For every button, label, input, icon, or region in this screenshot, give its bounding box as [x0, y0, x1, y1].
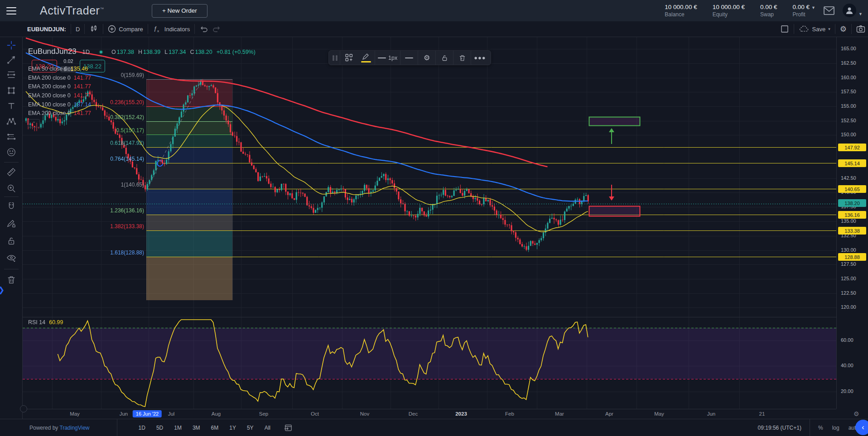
fib-level-label: 1(140.65) [121, 182, 144, 188]
mail-icon[interactable] [824, 6, 834, 15]
pattern-tool-icon[interactable] [6, 116, 17, 127]
line-width-button[interactable]: 1px [375, 50, 400, 65]
toolbar-drag-handle[interactable]: ●●●●●● [331, 50, 340, 65]
range-3M[interactable]: 3M [189, 423, 203, 432]
ohlc-value: 137.38 [117, 49, 134, 55]
time-axis-label: Sep [259, 411, 268, 417]
chart-toolbar: EUBUNDJUN: D Compare ƒx Indicators [0, 21, 868, 37]
shapes-tool-icon[interactable] [6, 85, 17, 96]
color-swatch [361, 61, 371, 62]
fib-level-label: 1.236(136.16) [110, 207, 144, 214]
range-1Y[interactable]: 1Y [226, 423, 239, 432]
stat-caret-icon[interactable]: ▼ [811, 5, 815, 10]
change-value: +0.81 (+0.59%) [217, 49, 256, 55]
chart-style-icon[interactable] [89, 24, 98, 34]
avatar-caret-icon[interactable]: ▼ [858, 12, 863, 16]
more-options-icon[interactable]: ●●● [471, 50, 489, 65]
drawing-settings-icon[interactable]: ⚙ [418, 50, 435, 65]
time-axis-settings-icon[interactable]: ⚙ [854, 410, 859, 417]
collapse-legend-button[interactable]: ⌃ [28, 119, 40, 128]
pane-resize-handle[interactable] [20, 405, 27, 412]
price-level-badge: 145.14 [838, 159, 866, 167]
fib-retracement-tool-icon[interactable] [6, 69, 17, 80]
indicator-row[interactable]: EMA 200 close 0141.77 [28, 75, 91, 84]
undo-icon[interactable] [199, 25, 208, 33]
collapse-bar-chevron-button[interactable]: ‹ [855, 420, 868, 435]
hide-drawings-icon[interactable] [6, 253, 17, 264]
prediction-tool-icon[interactable] [6, 131, 17, 142]
time-axis[interactable]: 16 Jun '22 MayJunJulAugSepOctNovDec2023F… [23, 409, 836, 419]
template-icon[interactable] [340, 50, 357, 65]
chart-legend[interactable]: EuBundJun23 1D [28, 47, 90, 56]
indicator-value: 135.46 [71, 66, 88, 75]
time-axis-label: Dec [409, 411, 418, 417]
indicator-row[interactable]: EMA 50 close 0135.46 [28, 66, 91, 75]
symbol-search[interactable]: EUBUNDJUN: [27, 26, 66, 33]
save-layout-button[interactable]: Save ▾ [799, 25, 830, 33]
menu-icon[interactable] [6, 7, 16, 14]
drawing-mode-lock-icon[interactable] [6, 218, 17, 229]
chart-settings-icon[interactable]: ⚙ [840, 24, 847, 34]
magnet-tool-icon[interactable] [6, 201, 17, 212]
interval-button[interactable]: D [76, 26, 80, 33]
trend-line-tool-icon[interactable] [6, 54, 17, 65]
compare-button[interactable]: Compare [108, 25, 143, 33]
line-style-button[interactable] [400, 50, 418, 65]
percent-scale-button[interactable]: % [818, 425, 823, 431]
zoom-in-tool-icon[interactable] [6, 183, 17, 194]
indicator-value: 141.77 [74, 110, 91, 119]
price-chart-canvas[interactable] [23, 37, 836, 409]
redo-icon[interactable] [212, 25, 221, 33]
save-label: Save [812, 26, 826, 33]
ohlc-value: 138.39 [143, 49, 160, 55]
range-5Y[interactable]: 5Y [244, 423, 257, 432]
range-5D[interactable]: 5D [153, 423, 166, 432]
range-1M[interactable]: 1M [171, 423, 185, 432]
layout-select-icon[interactable] [780, 24, 789, 34]
indicator-name: EMA 200 close 0 [28, 83, 71, 92]
rsi-legend[interactable]: RSI 1460.99 [28, 319, 63, 326]
remove-drawings-icon[interactable] [6, 274, 17, 285]
stat-label: Balance [665, 11, 697, 18]
tradingview-link[interactable]: TradingView [60, 425, 90, 431]
price-tick: 155.00 [841, 103, 856, 109]
range-All[interactable]: All [261, 423, 274, 432]
indicator-name: EMA 100 close 0 [28, 101, 71, 110]
emoji-tool-icon[interactable] [6, 147, 17, 158]
go-to-date-icon[interactable] [284, 424, 293, 432]
ohlc-item: C138.20 [190, 49, 212, 55]
price-tick: 157.50 [841, 89, 856, 94]
price-tick: 135.00 [841, 218, 856, 224]
avatar[interactable] [843, 4, 856, 17]
indicator-row[interactable]: EMA 200 close 0141.77 [28, 83, 91, 92]
price-axis[interactable]: 165.00162.50160.00157.50155.00152.50150.… [836, 37, 868, 409]
time-axis-label: May [654, 411, 664, 417]
time-axis-label: Jun [120, 411, 128, 417]
price-level-badge: 128.88 [838, 253, 866, 261]
price-tick: 125.00 [841, 276, 856, 281]
measure-tool-icon[interactable] [6, 167, 17, 177]
stat-label: Swap [760, 11, 777, 18]
time-axis-label: Jun [707, 411, 716, 417]
new-order-button[interactable]: + New Order [152, 4, 207, 18]
drawing-delete-icon[interactable] [453, 50, 471, 65]
price-tick: 165.00 [841, 46, 856, 51]
range-6M[interactable]: 6M [208, 423, 222, 432]
indicator-legend: EMA 50 close 0135.46EMA 200 close 0141.7… [28, 66, 91, 119]
drawing-lock-icon[interactable] [436, 50, 453, 65]
range-1D[interactable]: 1D [135, 423, 149, 432]
activtrader-app: ActivTrader™ + New Order 10 000.00 €Bala… [0, 0, 868, 436]
market-status-dot [99, 50, 103, 54]
indicator-value: 141.77 [74, 75, 91, 84]
expand-panel-chevron-icon[interactable]: ❯ [0, 285, 5, 295]
crosshair-tool-icon[interactable] [6, 40, 17, 51]
log-scale-button[interactable]: log [832, 425, 839, 431]
legend-interval: 1D [82, 48, 90, 55]
indicator-row[interactable]: EMA 200 close 0141.77 [28, 92, 91, 101]
lock-drawings-icon[interactable] [6, 235, 17, 246]
line-color-icon[interactable] [357, 50, 375, 65]
indicator-row[interactable]: EMA 100 close 0137.14 [28, 101, 91, 110]
snapshot-icon[interactable] [856, 25, 865, 33]
indicator-row[interactable]: EMA 200 close 0141.77 [28, 110, 91, 119]
indicators-button[interactable]: ƒx Indicators [153, 25, 190, 33]
